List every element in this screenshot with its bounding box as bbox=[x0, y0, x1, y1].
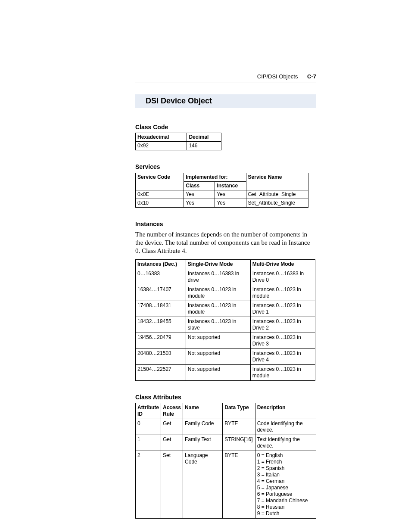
table-row: 2SetLanguage CodeBYTE0 = English 1 = Fre… bbox=[136, 451, 316, 519]
services-class-header: Class bbox=[184, 181, 215, 190]
instances-single-header: Single-Drive Mode bbox=[186, 259, 250, 269]
class-code-hex-header: Hexadecimal bbox=[136, 133, 187, 142]
table-row: 20480…21503Not supportedInstances 0…1023… bbox=[136, 348, 315, 364]
page-number: C-7 bbox=[307, 73, 316, 80]
services-impl-header: Implemented for: bbox=[184, 173, 246, 181]
class-attrs-desc-header: Description bbox=[255, 403, 316, 419]
instances-multi-header: Multi-Drive Mode bbox=[250, 259, 315, 269]
class-code-block: Class Code Hexadecimal Decimal 0x92 146 bbox=[135, 124, 316, 151]
instances-block: Instances The number of instances depend… bbox=[135, 221, 316, 381]
services-heading: Services bbox=[135, 163, 316, 171]
table-row: 18432…19455Instances 0…1023 in slaveInst… bbox=[136, 317, 315, 333]
table-row: 21504…22527Not supportedInstances 0…1023… bbox=[136, 364, 315, 380]
services-table: Service Code Implemented for: Service Na… bbox=[135, 173, 308, 208]
instances-dec-header: Instances (Dec.) bbox=[136, 259, 186, 269]
class-attributes-table: Attribute ID Access Rule Name Data Type … bbox=[135, 403, 316, 519]
class-code-hex: 0x92 bbox=[136, 142, 187, 150]
header-rule bbox=[135, 83, 316, 83]
class-attrs-access-header: Access Rule bbox=[161, 403, 183, 419]
services-name-header: Service Name bbox=[246, 173, 308, 190]
class-attrs-dtype-header: Data Type bbox=[223, 403, 255, 419]
class-attrs-id-header: Attribute ID bbox=[136, 403, 161, 419]
table-row: 19456…20479Not supportedInstances 0…1023… bbox=[136, 333, 315, 348]
class-code-heading: Class Code bbox=[135, 124, 316, 131]
class-attributes-block: Class Attributes Attribute ID Access Rul… bbox=[135, 394, 316, 519]
header-section: CIP/DSI Objects bbox=[257, 73, 298, 80]
services-instance-header: Instance bbox=[215, 181, 246, 190]
running-header: CIP/DSI Objects C-7 bbox=[135, 73, 316, 80]
table-row: 0x10 Yes Yes Set_Attribute_Single bbox=[136, 199, 308, 207]
instances-heading: Instances bbox=[135, 221, 316, 228]
class-code-dec-header: Decimal bbox=[187, 133, 221, 142]
table-row: 0…16383Instances 0…16383 in driveInstanc… bbox=[136, 269, 315, 285]
table-row: 16384…17407Instances 0…1023 in moduleIns… bbox=[136, 285, 315, 301]
table-row: 17408…18431Instances 0…1023 in moduleIns… bbox=[136, 301, 315, 317]
class-code-dec: 146 bbox=[187, 142, 221, 150]
services-code-header: Service Code bbox=[136, 173, 184, 190]
page-title: DSI Device Object bbox=[135, 94, 316, 108]
table-row: 0GetFamily CodeBYTECode identifying the … bbox=[136, 419, 316, 435]
class-code-table: Hexadecimal Decimal 0x92 146 bbox=[135, 133, 221, 150]
class-attrs-name-header: Name bbox=[183, 403, 223, 419]
instances-table: Instances (Dec.) Single-Drive Mode Multi… bbox=[135, 259, 315, 381]
class-attributes-heading: Class Attributes bbox=[135, 394, 316, 401]
services-block: Services Service Code Implemented for: S… bbox=[135, 163, 316, 208]
table-row: 1GetFamily TextSTRING[16]Text identifyin… bbox=[136, 435, 316, 451]
table-row: 0x0E Yes Yes Get_Attribute_Single bbox=[136, 190, 308, 199]
instances-description: The number of instances depends on the n… bbox=[135, 230, 316, 255]
